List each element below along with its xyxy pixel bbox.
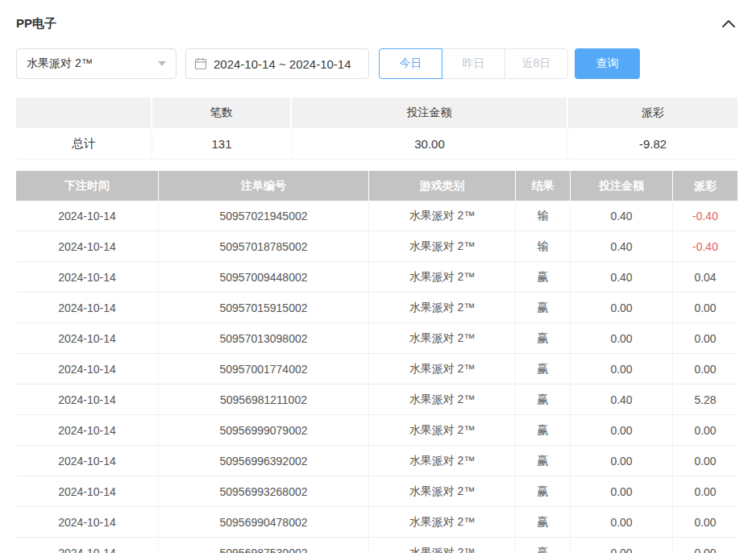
cell-payout: 0.00 xyxy=(673,476,737,506)
cell-payout: 0.00 xyxy=(673,354,737,384)
date-range-value: 2024-10-14 ~ 2024-10-14 xyxy=(214,57,351,71)
cell-order-id: 50957001774002 xyxy=(159,354,369,384)
summary-payout-value: -9.82 xyxy=(568,128,737,160)
cell-result: 赢 xyxy=(516,262,571,292)
table-row: 2024-10-1450956987530002水果派对 2™赢0.000.00 xyxy=(16,538,737,553)
cell-order-id: 50956990478002 xyxy=(159,507,369,537)
cell-time: 2024-10-14 xyxy=(16,231,159,261)
cell-result: 赢 xyxy=(516,354,571,384)
cell-result: 赢 xyxy=(516,476,571,506)
cell-time: 2024-10-14 xyxy=(16,446,159,476)
quick-range-group: 今日 昨日 近8日 xyxy=(379,48,568,79)
table-row: 2024-10-1450957021945002水果派对 2™输0.40-0.4… xyxy=(16,201,737,231)
cell-time: 2024-10-14 xyxy=(16,415,159,445)
calendar-icon xyxy=(194,57,207,70)
cell-payout: 0.00 xyxy=(673,538,737,553)
collapse-button[interactable] xyxy=(720,15,737,32)
summary-count-value: 131 xyxy=(152,128,292,160)
date-range-input[interactable]: 2024-10-14 ~ 2024-10-14 xyxy=(185,48,369,79)
cell-order-id: 50957013098002 xyxy=(159,323,369,353)
query-button[interactable]: 查询 xyxy=(575,48,640,79)
chevron-down-icon xyxy=(158,61,166,66)
cell-result: 赢 xyxy=(516,507,571,537)
summary-table: 笔数 投注金额 派彩 总计 131 30.00 -9.82 xyxy=(16,98,737,160)
cell-game: 水果派对 2™ xyxy=(369,201,516,231)
cell-bet-amount: 0.40 xyxy=(571,231,673,261)
quick-button-last8days[interactable]: 近8日 xyxy=(505,48,568,79)
section-header: PP电子 xyxy=(16,11,737,35)
summary-total-row: 总计 131 30.00 -9.82 xyxy=(16,128,737,160)
cell-result: 赢 xyxy=(516,446,571,476)
cell-order-id: 50956996392002 xyxy=(159,446,369,476)
quick-button-today[interactable]: 今日 xyxy=(379,48,442,79)
filter-bar: 水果派对 2™ 2024-10-14 ~ 2024-10-14 今日 昨日 近8… xyxy=(16,48,737,79)
game-select-value: 水果派对 2™ xyxy=(27,56,93,71)
cell-time: 2024-10-14 xyxy=(16,201,159,231)
cell-payout: -0.40 xyxy=(673,231,737,261)
cell-game: 水果派对 2™ xyxy=(369,385,516,414)
cell-bet-amount: 0.00 xyxy=(571,538,673,553)
summary-header-bet-amount: 投注金额 xyxy=(292,98,568,128)
table-row: 2024-10-1450956990478002水果派对 2™赢0.000.00 xyxy=(16,507,737,538)
header-cell-order-id: 注单编号 xyxy=(159,171,369,201)
page: PP电子 水果派对 2™ 2024-10-14 ~ 2024-10-14 xyxy=(0,0,756,553)
cell-result: 赢 xyxy=(516,415,571,445)
cell-time: 2024-10-14 xyxy=(16,323,159,353)
cell-game: 水果派对 2™ xyxy=(369,538,516,553)
chevron-up-icon xyxy=(721,19,736,28)
cell-time: 2024-10-14 xyxy=(16,507,159,537)
cell-bet-amount: 0.00 xyxy=(571,323,673,353)
quick-button-yesterday[interactable]: 昨日 xyxy=(442,48,505,79)
summary-header-blank xyxy=(16,98,152,128)
cell-time: 2024-10-14 xyxy=(16,385,159,414)
cell-bet-amount: 0.40 xyxy=(571,262,673,292)
table-header-row: 下注时间 注单编号 游戏类别 结果 投注金额 派彩 xyxy=(16,171,737,201)
table-row: 2024-10-1450957013098002水果派对 2™赢0.000.00 xyxy=(16,323,737,354)
cell-order-id: 50957015915002 xyxy=(159,293,369,322)
header-cell-game: 游戏类别 xyxy=(369,171,516,201)
game-select[interactable]: 水果派对 2™ xyxy=(16,48,177,79)
cell-payout: 0.00 xyxy=(673,415,737,445)
cell-payout: 5.28 xyxy=(673,385,737,414)
cell-result: 赢 xyxy=(516,293,571,322)
bets-table: 下注时间 注单编号 游戏类别 结果 投注金额 派彩 2024-10-145095… xyxy=(16,171,737,553)
header-cell-result: 结果 xyxy=(516,171,571,201)
table-row: 2024-10-1450957009448002水果派对 2™赢0.400.04 xyxy=(16,262,737,293)
header-cell-bet-amount: 投注金额 xyxy=(571,171,673,201)
header-cell-payout: 派彩 xyxy=(673,171,737,201)
cell-result: 赢 xyxy=(516,385,571,414)
cell-bet-amount: 0.00 xyxy=(571,354,673,384)
cell-bet-amount: 0.00 xyxy=(571,507,673,537)
cell-bet-amount: 0.00 xyxy=(571,415,673,445)
cell-order-id: 50957021945002 xyxy=(159,201,369,231)
summary-bet-amount-value: 30.00 xyxy=(292,128,568,160)
table-row: 2024-10-1450956999079002水果派对 2™赢0.000.00 xyxy=(16,415,737,446)
cell-order-id: 50956987530002 xyxy=(159,538,369,553)
cell-time: 2024-10-14 xyxy=(16,293,159,322)
table-row: 2024-10-1450956993268002水果派对 2™赢0.000.00 xyxy=(16,476,737,507)
page-title: PP电子 xyxy=(16,16,56,31)
cell-game: 水果派对 2™ xyxy=(369,354,516,384)
cell-order-id: 50957009448002 xyxy=(159,262,369,292)
cell-payout: 0.00 xyxy=(673,293,737,322)
cell-payout: 0.04 xyxy=(673,262,737,292)
cell-result: 输 xyxy=(516,201,571,231)
cell-result: 输 xyxy=(516,231,571,261)
summary-header-row: 笔数 投注金额 派彩 xyxy=(16,98,737,128)
cell-bet-amount: 0.00 xyxy=(571,446,673,476)
cell-bet-amount: 0.40 xyxy=(571,385,673,414)
cell-result: 赢 xyxy=(516,323,571,353)
cell-game: 水果派对 2™ xyxy=(369,293,516,322)
cell-order-id: 50956999079002 xyxy=(159,415,369,445)
cell-bet-amount: 0.00 xyxy=(571,476,673,506)
cell-order-id: 50956993268002 xyxy=(159,476,369,506)
cell-payout: 0.00 xyxy=(673,446,737,476)
cell-time: 2024-10-14 xyxy=(16,538,159,553)
table-row: 2024-10-1450957018785002水果派对 2™输0.40-0.4… xyxy=(16,231,737,262)
cell-game: 水果派对 2™ xyxy=(369,507,516,537)
table-row: 2024-10-1450956981211002水果派对 2™赢0.405.28 xyxy=(16,385,737,415)
cell-order-id: 50956981211002 xyxy=(159,385,369,414)
cell-time: 2024-10-14 xyxy=(16,262,159,292)
cell-game: 水果派对 2™ xyxy=(369,476,516,506)
summary-header-count: 笔数 xyxy=(152,98,292,128)
